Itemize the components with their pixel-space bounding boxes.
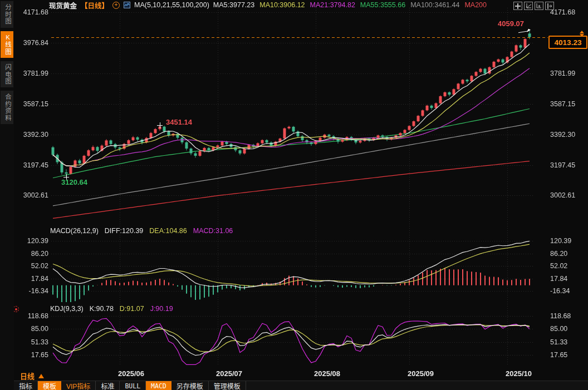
- sidebar-tab-分时图[interactable]: 分时图: [1, 1, 13, 28]
- header-ma-value: MA55:3555.66: [360, 1, 405, 9]
- kdj-j-value: J:90.19: [150, 305, 173, 313]
- instrument-title: 现货黄金: [49, 0, 77, 11]
- macd-title: MACD(26,12,9): [50, 227, 99, 235]
- last-price-box: 4013.23: [548, 36, 587, 49]
- kdj-d-value: D:91.07: [120, 305, 144, 313]
- header-ma-value: MA5:3977.23: [213, 1, 254, 9]
- header-ma-value: MA100:3461.44: [410, 1, 459, 9]
- ma-values-group: MA5:3977.23MA10:3906.12MA21:3794.82MA55:…: [213, 1, 487, 9]
- crosshair-grid-icon[interactable]: [513, 2, 522, 10]
- kdj-k-value: K:90.78: [90, 305, 114, 313]
- ma-settings-label: MA(5,10,21,55,100,200): [134, 1, 209, 9]
- june-high-annotation: 3451.14: [166, 118, 192, 126]
- macd-header: MACD(26,12,9) DIFF:120.39 DEA:104.86 MAC…: [50, 227, 233, 235]
- session-high-annotation: 4059.07: [498, 19, 524, 28]
- price-marker-icon[interactable]: [580, 31, 584, 37]
- period-selector[interactable]: 日线: [20, 371, 44, 381]
- toolbar-item-BULL[interactable]: BULL: [120, 381, 146, 390]
- toolbar-item-标准[interactable]: 标准: [96, 381, 120, 390]
- macd-dea-value: DEA:104.86: [149, 227, 187, 235]
- june-low-annotation: 3120.64: [61, 178, 87, 186]
- chart-header: 现货黄金 【日线】 + MA(5,10,21,55,100,200) MA5:3…: [49, 1, 487, 9]
- header-ma-value: MA21:3794.82: [310, 1, 355, 9]
- toolbar-item-指标[interactable]: 指标: [14, 381, 38, 390]
- toolbar-item-VIP指标[interactable]: VIP指标: [61, 381, 96, 390]
- period-label[interactable]: 【日线】: [81, 0, 109, 11]
- macd-macd-value: MACD:31.06: [193, 227, 233, 235]
- kdj-header: KDJ(9,3,3) K:90.78 D:91.07 J:90.19: [50, 305, 173, 313]
- period-selector-label: 日线: [20, 371, 35, 381]
- scale-left-icon[interactable]: [524, 2, 533, 10]
- ma-chart-icon[interactable]: [124, 2, 130, 8]
- sidebar-tab-闪电图[interactable]: 闪电图: [1, 61, 13, 88]
- scale-right-icon[interactable]: [535, 2, 543, 10]
- header-ma-value: MA10:3906.12: [259, 1, 305, 9]
- chart-tools-group: [513, 2, 554, 10]
- toolbar-item-管理模板[interactable]: 管理模板: [209, 381, 246, 390]
- candlestick-chart-canvas[interactable]: [0, 0, 588, 390]
- toolbar-item-模板[interactable]: 模板: [38, 381, 61, 390]
- macd-diff-value: DIFF:120.39: [105, 227, 143, 235]
- last-price-value: 4013.23: [555, 38, 582, 47]
- collapse-panel-icon[interactable]: [545, 2, 554, 10]
- left-sidebar: 分时图K线图闪电图合约资料: [0, 0, 14, 390]
- header-ma-value: MA200: [464, 1, 487, 9]
- up-triangle-icon: [38, 374, 44, 378]
- sidebar-tab-K线图[interactable]: K线图: [1, 31, 13, 58]
- sidebar-tab-合约资料[interactable]: 合约资料: [1, 91, 13, 124]
- toolbar-item-MACD[interactable]: MACD: [146, 381, 171, 390]
- template-toolbar: 指标模板VIP指标标准BULLMACD另存模板管理模板: [14, 381, 588, 390]
- add-indicator-icon[interactable]: +: [112, 2, 120, 9]
- kdj-title: KDJ(9,3,3): [50, 305, 84, 313]
- toolbar-item-另存模板[interactable]: 另存模板: [171, 381, 209, 390]
